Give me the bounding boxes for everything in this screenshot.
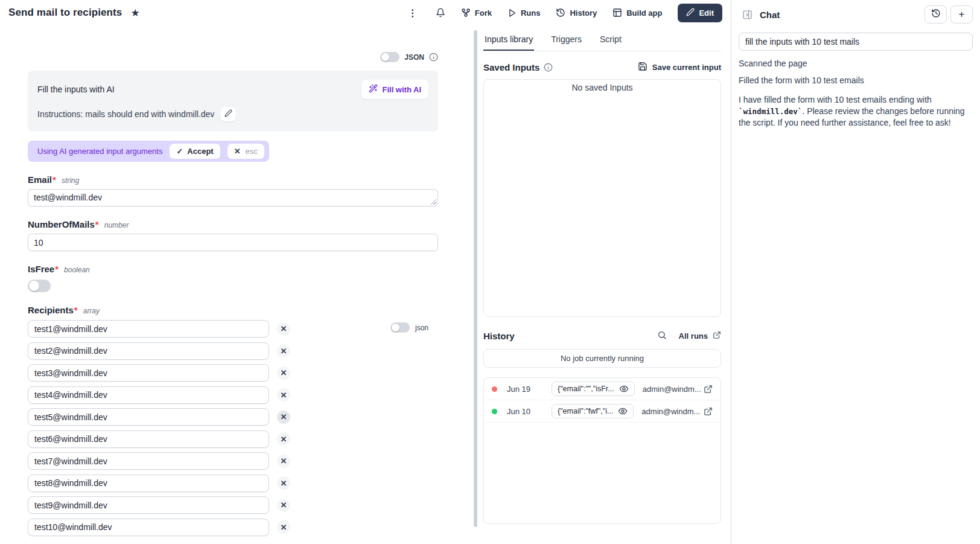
chat-title: Chat bbox=[760, 10, 780, 20]
ai-fill-box: Fill the inputs with AI Fill with AI Ins… bbox=[28, 71, 438, 132]
chat-history-button[interactable] bbox=[924, 5, 947, 24]
chat-header: Chat + bbox=[739, 0, 973, 27]
remove-recipient-button[interactable]: ✕ bbox=[277, 411, 290, 424]
topbar-actions: ⋮ Fork Runs History Buil bbox=[406, 4, 722, 22]
run-args-pill[interactable]: {"email":"","isFr... bbox=[552, 382, 635, 396]
remove-recipient-button[interactable]: ✕ bbox=[277, 322, 290, 336]
recipient-input[interactable] bbox=[28, 386, 269, 404]
fill-with-ai-button[interactable]: Fill with AI bbox=[361, 80, 428, 99]
dismiss-ai-button[interactable]: ✕ esc bbox=[228, 144, 264, 159]
ai-generated-banner: Using AI generated input arguments ✓ Acc… bbox=[28, 141, 269, 162]
run-args-preview: {"email":"","isFr... bbox=[558, 385, 614, 393]
history-title: History bbox=[483, 331, 515, 341]
ai-instructions-text: Instructions: mails should end with wind… bbox=[37, 109, 214, 119]
remove-recipient-button[interactable]: ✕ bbox=[277, 432, 290, 446]
open-run-external-icon[interactable] bbox=[704, 385, 713, 394]
run-args-pill[interactable]: {"email":"fwf","i... bbox=[552, 404, 634, 418]
recipients-json-toggle[interactable] bbox=[390, 322, 410, 333]
open-run-external-icon[interactable] bbox=[704, 407, 713, 416]
history-button[interactable]: History bbox=[556, 8, 597, 18]
search-icon bbox=[657, 330, 667, 342]
json-toggle-label: JSON bbox=[404, 53, 424, 62]
fork-button[interactable]: Fork bbox=[461, 8, 492, 18]
remove-recipient-button[interactable]: ✕ bbox=[277, 520, 290, 534]
remove-recipient-button[interactable]: ✕ bbox=[277, 455, 290, 468]
remove-recipient-button[interactable]: ✕ bbox=[277, 388, 290, 402]
recipient-row: ✕ bbox=[28, 364, 438, 382]
history-icon bbox=[556, 8, 565, 18]
recipient-row: ✕ bbox=[28, 475, 438, 492]
more-menu-button[interactable]: ⋮ bbox=[406, 7, 420, 19]
accept-ai-button[interactable]: ✓ Accept bbox=[170, 144, 220, 159]
run-date: Jun 19 bbox=[507, 385, 538, 394]
json-view-toggle[interactable] bbox=[380, 52, 399, 62]
all-runs-link[interactable]: All runs bbox=[679, 331, 721, 341]
is-free-toggle[interactable] bbox=[28, 280, 51, 292]
ai-box-title: Fill the inputs with AI bbox=[37, 85, 115, 94]
check-icon: ✓ bbox=[176, 147, 183, 155]
edit-button[interactable]: Edit bbox=[678, 4, 722, 22]
favorite-star-icon[interactable]: ★ bbox=[130, 7, 139, 19]
recipient-input[interactable] bbox=[28, 342, 269, 360]
saved-inputs-header: Saved Inputs Save current input bbox=[483, 62, 721, 73]
panel-collapse-icon[interactable] bbox=[742, 10, 752, 20]
remove-recipient-button[interactable]: ✕ bbox=[277, 344, 290, 357]
recipient-row: ✕ bbox=[28, 452, 438, 470]
field-is-free: IsFree* boolean bbox=[28, 264, 438, 292]
no-job-running-box: No job currently running bbox=[483, 349, 721, 368]
ai-banner-text: Using AI generated input arguments bbox=[37, 147, 162, 156]
chat-status-message: Scanned the page bbox=[739, 59, 973, 68]
remove-recipient-button[interactable]: ✕ bbox=[277, 499, 290, 512]
history-run-row[interactable]: Jun 19 {"email":"","isFr... admin@windm.… bbox=[484, 378, 721, 400]
history-run-row[interactable]: Jun 10 {"email":"fwf","i... admin@windm.… bbox=[484, 400, 721, 423]
is-free-label: IsFree* bbox=[28, 264, 59, 274]
pencil-icon bbox=[686, 8, 695, 18]
notifications-button[interactable] bbox=[436, 8, 445, 18]
run-args-preview: {"email":"fwf","i... bbox=[558, 407, 613, 415]
run-date: Jun 10 bbox=[507, 407, 538, 416]
runs-button[interactable]: Runs bbox=[508, 8, 541, 18]
required-marker: * bbox=[52, 174, 56, 185]
main-content: JSON Fill the inputs with AI Fill with A… bbox=[0, 25, 731, 544]
recipient-input[interactable] bbox=[28, 408, 269, 426]
recipient-input[interactable] bbox=[28, 320, 269, 338]
email-input[interactable]: test@windmill.dev bbox=[28, 189, 438, 206]
pencil-icon bbox=[224, 109, 232, 119]
edit-instructions-button[interactable] bbox=[220, 107, 236, 121]
external-link-icon bbox=[713, 331, 721, 341]
wand-icon bbox=[369, 84, 378, 95]
eye-icon[interactable] bbox=[619, 384, 629, 394]
chat-message-input[interactable] bbox=[739, 33, 973, 51]
info-icon[interactable] bbox=[429, 53, 438, 62]
recipient-row: ✕ bbox=[28, 430, 438, 448]
required-marker: * bbox=[95, 219, 99, 229]
panel-tabs: Inputs library Triggers Script bbox=[483, 25, 721, 51]
field-number-of-mails: NumberOfMails* number bbox=[28, 219, 438, 251]
recipient-row: ✕ bbox=[28, 320, 438, 338]
recipient-input[interactable] bbox=[28, 475, 269, 492]
recipient-input[interactable] bbox=[28, 430, 269, 448]
recipient-input[interactable] bbox=[28, 452, 269, 470]
number-of-mails-input[interactable] bbox=[28, 234, 438, 251]
info-icon[interactable] bbox=[544, 63, 553, 72]
recipient-input[interactable] bbox=[28, 519, 269, 536]
search-runs-button[interactable] bbox=[657, 330, 667, 342]
remove-recipient-button[interactable]: ✕ bbox=[277, 366, 290, 380]
remove-recipient-button[interactable]: ✕ bbox=[277, 476, 290, 490]
email-type: string bbox=[62, 176, 79, 185]
tab-inputs-library[interactable]: Inputs library bbox=[483, 31, 534, 51]
eye-icon[interactable] bbox=[618, 406, 628, 416]
recipient-input[interactable] bbox=[28, 496, 269, 514]
tab-triggers[interactable]: Triggers bbox=[550, 31, 583, 51]
save-current-input-button[interactable]: Save current input bbox=[638, 62, 721, 73]
new-chat-button[interactable]: + bbox=[950, 5, 973, 24]
recipients-json-label: json bbox=[415, 324, 428, 332]
save-icon bbox=[638, 62, 648, 73]
panel-splitter[interactable] bbox=[472, 25, 479, 544]
chat-messages: Scanned the page Filled the form with 10… bbox=[739, 51, 973, 129]
field-recipients: Recipients* array json ✕✕✕✕✕✕✕✕✕✕ bbox=[28, 305, 438, 536]
build-app-button[interactable]: Build app bbox=[612, 8, 662, 18]
recipient-input[interactable] bbox=[28, 364, 269, 382]
json-toggle-row: JSON bbox=[28, 52, 438, 62]
tab-script[interactable]: Script bbox=[599, 31, 623, 51]
